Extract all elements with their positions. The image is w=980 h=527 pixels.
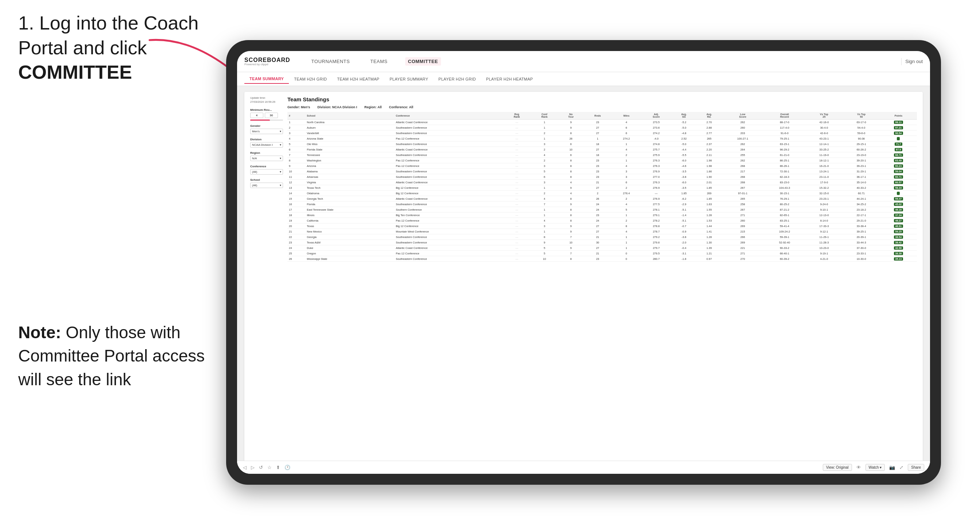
- cell-wins: 0: [612, 251, 641, 256]
- cell-school[interactable]: North Carolina: [305, 119, 394, 125]
- filter-school-select[interactable]: (All) ▾: [250, 183, 283, 188]
- filter-region-select[interactable]: N/A ▾: [250, 156, 283, 161]
- sign-out-link[interactable]: Sign out: [905, 59, 923, 64]
- cell-school[interactable]: New Mexico: [305, 229, 394, 234]
- cell-school[interactable]: Arizona: [305, 163, 394, 169]
- sub-nav-player-summary[interactable]: PLAYER SUMMARY: [384, 75, 433, 83]
- cell-wins: 8: [612, 224, 641, 229]
- cell-vs-top-50: 23-33-1: [843, 251, 880, 256]
- filter-min-input[interactable]: 4: [250, 113, 263, 118]
- toolbar-share-icon[interactable]: ⬆: [276, 465, 280, 470]
- cell-rank: 16: [287, 202, 305, 207]
- score-badge: 63.49: [894, 159, 904, 162]
- filter-division-select[interactable]: NCAA Division I ▾: [250, 142, 283, 148]
- cell-school[interactable]: Florida State: [305, 147, 394, 152]
- cell-overall-record: 104-43-3: [764, 185, 806, 190]
- cell-conference: Pac-12 Conference: [394, 136, 503, 141]
- cell-rnds: 27: [584, 125, 612, 130]
- sub-nav-team-h2h-heatmap[interactable]: TEAM H2H HEATMAP: [332, 75, 384, 83]
- cell-points: 46.91: [880, 224, 917, 229]
- cell-avg-rd: 2.70: [697, 119, 722, 125]
- cell-vs-top-50: 36-17-1: [843, 174, 880, 180]
- toolbar-expand-icon[interactable]: ⤢: [899, 465, 904, 470]
- cell-school[interactable]: Vanderbilt: [305, 130, 394, 136]
- tablet-screen: SCOREBOARD Powered by clippd TOURNAMENTS…: [237, 51, 930, 474]
- cell-school[interactable]: Auburn: [305, 125, 394, 130]
- cell-school[interactable]: Florida: [305, 202, 394, 207]
- filter-region: Region N/A ▾: [250, 151, 283, 161]
- cell-no-tour: 8: [558, 196, 584, 202]
- cell-school[interactable]: Texas: [305, 224, 394, 229]
- sub-nav-player-h2h-heatmap[interactable]: PLAYER H2H HEATMAP: [481, 75, 538, 83]
- cell-points: 59.25: [880, 229, 917, 234]
- table-row: 10AlabamaSoutheastern Conference—5823327…: [287, 169, 917, 174]
- cell-avg-sg: -5.5: [671, 152, 697, 158]
- cell-conference: Southern Conference: [394, 207, 503, 213]
- cell-overall-record: 88-17-0: [764, 119, 806, 125]
- cell-school[interactable]: Arizona State: [305, 136, 394, 141]
- cell-low-score: 97-01-1: [722, 190, 764, 196]
- table-row: 21New MexicoMountain West Conference—192…: [287, 229, 917, 234]
- score-badge: 66.71: [894, 154, 904, 157]
- toolbar-bookmark-icon[interactable]: ☆: [267, 465, 272, 470]
- cell-avg-sg: -4.4: [671, 147, 697, 152]
- cell-school[interactable]: Georgia: [305, 234, 394, 240]
- cell-avg-rd: 1.63: [697, 202, 722, 207]
- table-row: 13Texas TechBig 12 Conference—19272276.9…: [287, 185, 917, 190]
- cell-school[interactable]: Oregon: [305, 251, 394, 256]
- score-badge: 58.34: [894, 186, 904, 189]
- cell-school[interactable]: Mississippi State: [305, 256, 394, 262]
- sub-nav-team-h2h-grid[interactable]: TEAM H2H GRID: [289, 75, 332, 83]
- cell-school[interactable]: California: [305, 218, 394, 224]
- toolbar-forward-icon[interactable]: ▷: [251, 465, 255, 470]
- filter-gender-select[interactable]: Men's ▾: [250, 129, 283, 134]
- cell-no-tour: 9: [558, 245, 584, 251]
- toolbar-back-icon[interactable]: ◁: [243, 465, 247, 470]
- nav-teams[interactable]: TEAMS: [367, 57, 390, 66]
- toolbar-reload-icon[interactable]: ↺: [259, 465, 263, 470]
- cell-school[interactable]: Texas A&M: [305, 240, 394, 245]
- cell-school[interactable]: East Tennessee State: [305, 207, 394, 213]
- cell-school[interactable]: Ole Miss: [305, 141, 394, 147]
- cell-school[interactable]: Texas Tech: [305, 185, 394, 190]
- cell-school[interactable]: Illinois: [305, 213, 394, 218]
- cell-no-tour: 9: [558, 202, 584, 207]
- cell-rnds: 24: [584, 202, 612, 207]
- watch-btn[interactable]: Watch ▾: [865, 464, 885, 471]
- cell-school[interactable]: Oklahoma: [305, 190, 394, 196]
- cell-school[interactable]: Duke: [305, 245, 394, 251]
- view-original-btn[interactable]: View: Original: [823, 464, 852, 471]
- cell-rank: 22: [287, 234, 305, 240]
- filter-max-input[interactable]: 30: [265, 113, 278, 118]
- nav-tournaments[interactable]: TOURNAMENTS: [309, 57, 353, 66]
- sub-nav-player-h2h-grid[interactable]: PLAYER H2H GRID: [433, 75, 481, 83]
- cell-vs-top-50: 35-14-0: [843, 180, 880, 185]
- cell-points: 59.47: [880, 196, 917, 202]
- cell-school[interactable]: Tennessee: [305, 152, 394, 158]
- sub-nav-team-summary[interactable]: TEAM SUMMARY: [244, 75, 289, 84]
- cell-avg-sg: -1.8: [671, 256, 697, 262]
- cell-avg-sg: -3.8: [671, 234, 697, 240]
- cell-rank: 23: [287, 240, 305, 245]
- cell-wins: 4: [612, 229, 641, 234]
- cell-school[interactable]: Washington: [305, 158, 394, 163]
- cell-adj-score: 279.5: [641, 251, 671, 256]
- nav-committee[interactable]: COMMITTEE: [405, 57, 441, 66]
- cell-rank: 26: [287, 256, 305, 262]
- cell-school[interactable]: Virginia: [305, 180, 394, 185]
- cell-adj-score: 276.9: [641, 169, 671, 174]
- cell-conf-rank: 3: [531, 180, 558, 185]
- cell-overall-record: 61-21-0: [764, 152, 806, 158]
- cell-conf-rank: 1: [531, 185, 558, 190]
- table-row: 23Texas A&MSoutheastern Conference—91030…: [287, 240, 917, 245]
- filter-conference-select[interactable]: (All) ▾: [250, 169, 283, 175]
- cell-school[interactable]: Alabama: [305, 169, 394, 174]
- cell-rnds: 30: [584, 240, 612, 245]
- cell-conference: Southeastern Conference: [394, 240, 503, 245]
- share-btn[interactable]: Share: [908, 464, 924, 471]
- cell-school[interactable]: Georgia Tech: [305, 196, 394, 202]
- score-badge: 46.91: [894, 224, 904, 228]
- cell-school[interactable]: Arkansas: [305, 174, 394, 180]
- cell-rank: 15: [287, 196, 305, 202]
- cell-rnds: 26: [584, 196, 612, 202]
